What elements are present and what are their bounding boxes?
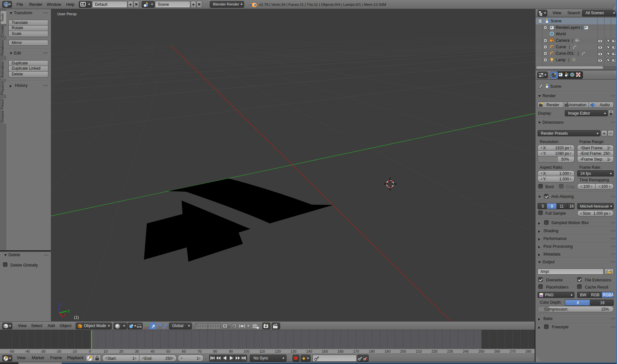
svg-text:170: 170 — [353, 349, 359, 353]
svg-text:160: 160 — [338, 349, 343, 353]
svg-text:0: 0 — [89, 349, 91, 353]
svg-text:|: | — [578, 51, 579, 56]
svg-text:|: | — [568, 58, 569, 62]
svg-text:260: 260 — [494, 349, 500, 353]
svg-text:50: 50 — [166, 349, 170, 353]
svg-text:Curve: Curve — [556, 45, 566, 49]
svg-text:i: i — [6, 3, 6, 6]
svg-text:Animation: Animation — [0, 61, 4, 78]
svg-text:z: z — [60, 301, 62, 306]
svg-text:Create: Create — [0, 26, 4, 37]
svg-text:RenderLayers: RenderLayers — [556, 25, 580, 30]
svg-text:80: 80 — [213, 349, 217, 353]
svg-text:150: 150 — [322, 349, 328, 353]
svg-text:180: 180 — [369, 349, 375, 353]
svg-text:130: 130 — [291, 349, 296, 353]
svg-text:10: 10 — [104, 349, 108, 353]
svg-text:Relations: Relations — [0, 40, 4, 56]
svg-text:190: 190 — [385, 349, 390, 353]
svg-text:40: 40 — [150, 349, 154, 353]
svg-text:-20: -20 — [56, 349, 61, 353]
svg-text:250: 250 — [479, 349, 484, 353]
svg-text:30: 30 — [135, 349, 139, 353]
svg-text:-40: -40 — [25, 349, 30, 353]
svg-text:-10: -10 — [72, 349, 77, 353]
svg-text:60: 60 — [182, 349, 186, 353]
svg-text:Lamp: Lamp — [556, 58, 565, 62]
svg-text:-30: -30 — [41, 349, 46, 353]
svg-text:|: | — [581, 25, 582, 30]
svg-text:270: 270 — [510, 349, 516, 353]
svg-text:Tools: Tools — [0, 13, 4, 22]
svg-text:90: 90 — [229, 349, 233, 353]
svg-text:200: 200 — [400, 349, 406, 353]
svg-text:y: y — [68, 308, 70, 313]
svg-text:Curve.001: Curve.001 — [556, 51, 574, 56]
svg-text:Grease Pencil: Grease Pencil — [0, 99, 4, 123]
svg-text:140: 140 — [306, 349, 312, 353]
svg-text:-50: -50 — [9, 349, 14, 353]
svg-text:280: 280 — [526, 349, 531, 353]
svg-text:x: x — [64, 313, 66, 317]
svg-text:Camera: Camera — [556, 38, 570, 43]
svg-text:120: 120 — [275, 349, 281, 353]
svg-text:Physics: Physics — [0, 82, 4, 95]
svg-text:|: | — [572, 38, 573, 43]
svg-text:240: 240 — [463, 349, 469, 353]
svg-text:100: 100 — [243, 349, 249, 353]
svg-text:Scene: Scene — [551, 19, 562, 23]
svg-text:70: 70 — [197, 349, 201, 353]
svg-text:230: 230 — [447, 349, 453, 353]
svg-text:|: | — [569, 45, 570, 49]
svg-text:110: 110 — [259, 349, 265, 353]
svg-text:210: 210 — [416, 349, 422, 353]
svg-text:World: World — [556, 32, 566, 36]
svg-text:User Persp: User Persp — [57, 12, 77, 16]
svg-text:(1): (1) — [74, 315, 79, 320]
svg-text:220: 220 — [432, 349, 437, 353]
svg-text:20: 20 — [119, 349, 123, 353]
